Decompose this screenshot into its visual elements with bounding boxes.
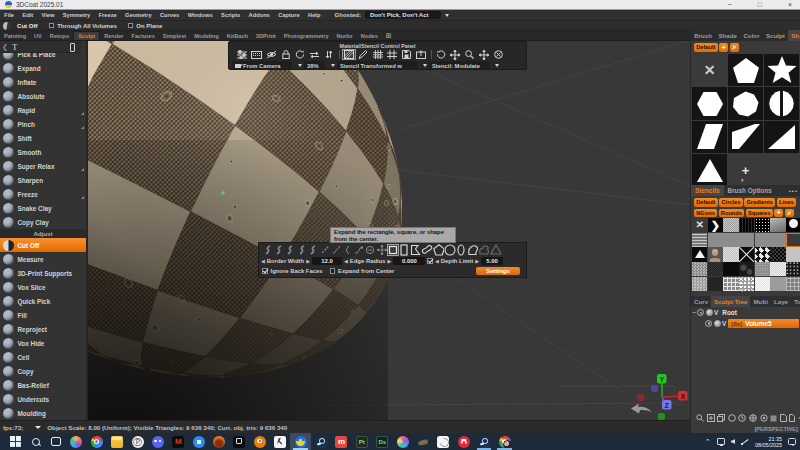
search-shapes-button[interactable]: ⌕ — [730, 43, 739, 52]
stencil-thumb-grid-soft[interactable] — [786, 277, 800, 291]
tool-item-bas-relief[interactable]: Bas-Relief — [0, 378, 86, 392]
tree-tab-multi[interactable]: Multi — [750, 296, 770, 307]
shader-ball-icon[interactable] — [714, 320, 721, 327]
shape-thumb-split-circle[interactable] — [764, 87, 799, 119]
tool-item-measure[interactable]: Measure — [0, 252, 86, 266]
shape-thumb-none-x[interactable]: ✕ — [692, 54, 727, 86]
shape-thumb-trapezoid[interactable] — [728, 121, 763, 153]
stencil-thumb-speckle-dark[interactable] — [786, 262, 800, 276]
shape-ellipse[interactable] — [456, 244, 467, 256]
stencil-thumb-grey-flat[interactable] — [739, 233, 754, 247]
stroke-spline-icon[interactable] — [353, 244, 364, 256]
menu-view[interactable]: View — [37, 12, 58, 18]
shape-thumb-pentagon[interactable] — [728, 54, 763, 86]
tool-item-vox-hide[interactable]: Vox Hide — [0, 336, 86, 350]
shape-thumb-add-plus[interactable]: + — [728, 154, 763, 186]
stencil-thumb-noise-soft[interactable] — [692, 277, 707, 291]
stencil-thumb-circle-blob[interactable] — [786, 218, 800, 232]
tool-item-pinch[interactable]: Pinch — [0, 117, 86, 131]
stencil-thumb-grey-mid[interactable] — [770, 277, 785, 291]
stroke-curve-4-icon[interactable] — [296, 244, 307, 256]
taskbar-icon-steam[interactable] — [311, 433, 331, 450]
stencil-thumb-noise-mid[interactable] — [692, 262, 707, 276]
swatch-icon[interactable] — [770, 415, 777, 424]
shape-s-blob[interactable] — [421, 244, 432, 256]
shape-thumb-right-triangle[interactable] — [764, 121, 799, 153]
taskbar-icon-pureref[interactable] — [127, 433, 147, 450]
taskbar-icon-steam2[interactable] — [474, 433, 494, 450]
shape-circle[interactable] — [444, 244, 455, 256]
shader-ball-icon[interactable] — [706, 309, 713, 316]
spinner-left-icon[interactable]: ◀ — [261, 258, 265, 264]
tree-tab-tool[interactable]: Tool — [791, 296, 800, 307]
param-value-border-width[interactable]: 12.0 — [312, 257, 342, 265]
grid-coarse-icon[interactable] — [385, 49, 400, 60]
dropdown-caret-icon[interactable] — [331, 64, 335, 67]
network-icon[interactable] — [717, 438, 726, 445]
tool-item-copy-clay[interactable]: Copy Clay — [0, 215, 86, 229]
tree-node-root[interactable]: −VRoot — [691, 308, 800, 318]
eye-hidden-icon[interactable] — [264, 49, 279, 60]
right-tab-sculpt[interactable]: Sculpt — [763, 30, 788, 41]
menu-file[interactable]: File — [0, 12, 18, 18]
shapes-scroll-caret[interactable]: ▾ — [741, 178, 744, 182]
taskbar-icon-chrome[interactable] — [87, 433, 107, 450]
stencil-thumb-noise-bright[interactable] — [770, 262, 785, 276]
shape-thumb-triangle[interactable] — [692, 154, 727, 186]
depth-limit-checkbox[interactable] — [427, 258, 433, 264]
stencil-thumb-checker-dark[interactable] — [770, 247, 785, 261]
menu-curves[interactable]: Curves — [156, 12, 184, 18]
grid-dense-icon[interactable] — [371, 49, 386, 60]
taskbar-icon-red-pin[interactable] — [454, 433, 474, 450]
shape-rect-tall[interactable] — [399, 244, 410, 256]
dropdown-caret-icon[interactable] — [423, 64, 427, 67]
stencil-thumb-head-photo[interactable] — [708, 247, 723, 261]
stencil-thumb-black-flat[interactable] — [723, 262, 738, 276]
shape-closed-blob[interactable] — [467, 244, 478, 256]
shape-lasso[interactable] — [410, 244, 421, 256]
menu-addons[interactable]: Addons — [244, 12, 274, 18]
tool-item-reproject[interactable]: Reproject — [0, 322, 86, 336]
save-icon[interactable] — [400, 49, 415, 60]
spinner-right-icon[interactable]: ▶ — [475, 258, 479, 264]
stencil-panel-menu-icon[interactable]: ••• — [789, 188, 798, 194]
menu-symmetry[interactable]: Symmetry — [59, 12, 95, 18]
shape-triangle-dim[interactable] — [490, 244, 501, 256]
epanel-checkbox-expand-from-center[interactable] — [330, 268, 336, 274]
right-tab-color[interactable]: Color — [740, 30, 763, 41]
minimize-button[interactable]: − — [728, 0, 732, 10]
tool-item-super-relax[interactable]: Super Relax — [0, 159, 86, 173]
workspace-tab-photogrammetry[interactable]: Photogrammetry — [280, 31, 333, 40]
epanel-checkbox-ignore-back-faces[interactable] — [262, 268, 268, 274]
tool-item-expand[interactable]: Expand — [0, 61, 86, 75]
workspace-tab-kitbash[interactable]: KitBash — [223, 31, 252, 40]
stencil-thumb-mottled-dark[interactable] — [739, 262, 754, 276]
stencil-thumb-noise-white[interactable] — [755, 277, 770, 291]
add-shape-button[interactable]: + — [719, 43, 728, 52]
option-on-plane[interactable]: On Plane — [128, 23, 163, 29]
tool-item-snake-clay[interactable]: Snake Clay — [0, 201, 86, 215]
visibility-eye-icon[interactable] — [697, 309, 704, 316]
sphere-grid-icon[interactable] — [749, 414, 757, 424]
right-tab-shapes[interactable]: Shapes — [788, 30, 800, 41]
selected-volume-box[interactable]: [8x]Volume5 — [728, 319, 799, 328]
workspace-tab-sculpt[interactable]: Sculpt — [73, 31, 100, 40]
shape-thumb-parallelogram[interactable] — [692, 121, 727, 153]
tool-item-absolute[interactable]: Absolute — [0, 89, 86, 103]
add-stencil-button[interactable]: + — [774, 209, 783, 218]
menu-geometry[interactable]: Geometry — [121, 12, 156, 18]
taskbar-icon-epic[interactable] — [229, 433, 249, 450]
stencil-tab-brush-options[interactable]: Brush Options — [724, 185, 776, 196]
add-box-icon[interactable] — [707, 414, 715, 424]
vox-mode-icon[interactable]: V — [714, 309, 718, 316]
menu-freeze[interactable]: Freeze — [94, 12, 120, 18]
stroke-arc-icon[interactable] — [342, 244, 353, 256]
dropdown-caret-icon[interactable] — [298, 64, 302, 67]
stencil-thumb-weave[interactable] — [692, 233, 707, 247]
stroke-line-icon[interactable] — [330, 244, 341, 256]
taskbar-icon-ds-app[interactable] — [372, 433, 392, 450]
stencil-thumb-polka-selected[interactable] — [786, 233, 800, 247]
tool-item-moulding[interactable]: Moulding — [0, 406, 86, 420]
menu-capture[interactable]: Capture — [274, 12, 304, 18]
shape-thumb-hexagon[interactable] — [692, 87, 727, 119]
